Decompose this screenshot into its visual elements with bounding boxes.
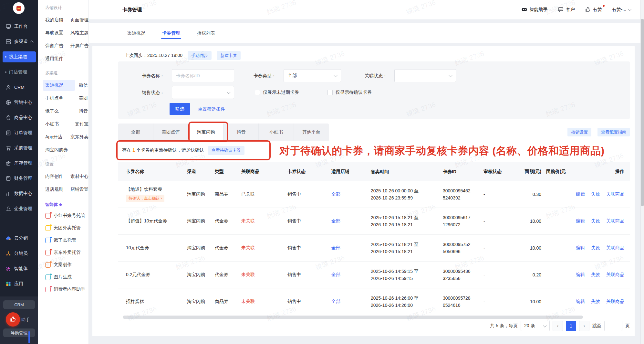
- submenu-item[interactable]: 素材中心: [70, 174, 88, 179]
- action-关联商品[interactable]: 关联商品: [606, 272, 624, 278]
- tab-授权列表[interactable]: 授权列表: [197, 30, 215, 43]
- avatar[interactable]: [13, 2, 25, 14]
- action-关联商品[interactable]: 关联商品: [606, 299, 624, 305]
- action-编辑[interactable]: 编辑: [576, 299, 585, 305]
- tab-卡券管理[interactable]: 卡券管理: [162, 30, 180, 43]
- sidebar-item-purchase[interactable]: 采购管理: [0, 140, 38, 156]
- platform-tab-其他平台[interactable]: 其他平台: [294, 124, 329, 141]
- action-失效[interactable]: 失效: [591, 299, 600, 305]
- sidebar-item-agent[interactable]: 智能体: [0, 261, 38, 276]
- sale-status-select[interactable]: [172, 86, 234, 99]
- sidebar-item-marketing[interactable]: 营销中心: [0, 95, 38, 110]
- horizontal-scrollbar-thumb[interactable]: [123, 316, 583, 319]
- submenu-agent-item[interactable]: 图片生成: [38, 271, 88, 283]
- filter-reset-link[interactable]: 重置筛选条件: [198, 103, 225, 115]
- action-关联商品[interactable]: 关联商品: [606, 218, 624, 224]
- submenu-item[interactable]: 小红书: [43, 121, 71, 127]
- sidebar-item-channels[interactable]: 多渠道: [0, 34, 38, 49]
- action-失效[interactable]: 失效: [591, 218, 600, 224]
- submenu-item[interactable]: 美团: [79, 95, 88, 101]
- link-status-select[interactable]: [394, 69, 456, 82]
- submenu-item[interactable]: 进店规则: [43, 187, 67, 192]
- platform-tab-抖音[interactable]: 抖音: [223, 124, 259, 141]
- submenu-item[interactable]: 手机点单: [43, 95, 75, 101]
- submenu-item[interactable]: 渠道概况: [43, 80, 75, 91]
- submenu-item[interactable]: 通用组件: [43, 56, 75, 62]
- customer-service-button[interactable]: 客户: [558, 6, 575, 13]
- submenu-item[interactable]: 京东外卖: [70, 134, 88, 140]
- pending-only-checkbox[interactable]: 仅显示待确认卡券: [327, 86, 372, 99]
- account-menu[interactable]: 有赞-...: [612, 7, 631, 13]
- pending-confirm-tag[interactable]: 待确认，点击确认 ›: [126, 195, 164, 202]
- action-编辑[interactable]: 编辑: [576, 245, 585, 251]
- platform-tab-小红书[interactable]: 小红书: [259, 124, 294, 141]
- config-guide-link[interactable]: 查看配置指南: [597, 128, 630, 136]
- sidebar-item-finance[interactable]: 财务管理: [0, 171, 38, 186]
- view-pending-link[interactable]: 查看待确认卡券: [208, 146, 244, 155]
- submenu-agent-item[interactable]: 京东外卖托管: [38, 246, 88, 259]
- guide-manage-button[interactable]: 导购管理: [3, 328, 35, 337]
- submenu-item[interactable]: 开屏广告: [70, 43, 88, 49]
- sidebar-item-cloud[interactable]: 云分销: [0, 231, 38, 246]
- sidebar-item-data[interactable]: 数据中心: [0, 186, 38, 201]
- action-失效[interactable]: 失效: [591, 272, 600, 278]
- action-失效[interactable]: 失效: [591, 245, 600, 251]
- store-scope-link[interactable]: 全部: [331, 218, 340, 223]
- store-scope-link[interactable]: 全部: [331, 245, 340, 250]
- verify-settings-link[interactable]: 核销设置: [567, 128, 591, 136]
- sidebar-item-goods[interactable]: 商品中心: [0, 110, 38, 125]
- sidebar-item-crm[interactable]: CRM: [0, 80, 38, 95]
- sidebar-scrollbar-thumb[interactable]: [28, 331, 30, 343]
- submenu-item[interactable]: 页面管理: [70, 17, 88, 23]
- sidebar-subitem-online-channel[interactable]: 线上渠道: [0, 49, 38, 64]
- youzan-like-button[interactable]: 有赞: [585, 6, 602, 13]
- unexpired-only-checkbox[interactable]: 仅展示未过期卡券: [255, 86, 299, 99]
- sidebar-subitem-store-manage[interactable]: 门店管理: [0, 64, 38, 80]
- smart-assistant-button[interactable]: 智能助手: [521, 6, 548, 13]
- action-编辑[interactable]: 编辑: [576, 218, 585, 224]
- submenu-item[interactable]: 弹窗广告: [43, 43, 67, 49]
- vertical-scrollbar-thumb[interactable]: [641, 19, 644, 206]
- action-关联商品[interactable]: 关联商品: [606, 245, 624, 251]
- sidebar-item-enterprise[interactable]: 企业管理: [0, 201, 38, 216]
- submenu-item[interactable]: 内容创作: [43, 174, 67, 179]
- submenu-item[interactable]: 导航设置: [43, 30, 67, 36]
- store-scope-link[interactable]: 全部: [331, 299, 340, 304]
- submenu-item[interactable]: 店铺设置: [70, 187, 88, 192]
- assistant-button[interactable]: [6, 312, 20, 327]
- submenu-item[interactable]: 风格主题: [70, 30, 88, 36]
- filter-submit-button[interactable]: 筛选: [170, 103, 190, 115]
- sidebar-item-apps[interactable]: 应用: [0, 276, 38, 291]
- sidebar-item-workbench[interactable]: 工作台: [0, 19, 38, 34]
- sidebar-item-inventory[interactable]: 库存管理: [0, 156, 38, 171]
- platform-tab-美团点评[interactable]: 美团点评: [153, 124, 189, 141]
- vertical-scrollbar[interactable]: [640, 0, 644, 344]
- jump-page-input[interactable]: [604, 321, 622, 331]
- next-page-button[interactable]: ›: [579, 321, 589, 331]
- store-scope-link[interactable]: 全部: [331, 272, 340, 277]
- platform-tab-全部[interactable]: 全部: [118, 124, 153, 141]
- sidebar-item-orders[interactable]: 订单管理: [0, 125, 38, 140]
- submenu-item[interactable]: 抖音: [79, 108, 88, 114]
- submenu-item[interactable]: 淘宝闪购券: [43, 147, 75, 153]
- page-size-select[interactable]: 20 条: [521, 321, 550, 331]
- platform-tab-淘宝闪购[interactable]: 淘宝闪购: [189, 124, 224, 141]
- submenu-item[interactable]: 饿了么: [43, 108, 75, 114]
- store-scope-link[interactable]: 全部: [331, 191, 340, 197]
- create-coupon-button[interactable]: 新建卡券: [217, 51, 241, 60]
- submenu-item[interactable]: 微信: [79, 82, 88, 88]
- submenu-item[interactable]: 支付宝: [75, 121, 88, 127]
- submenu-agent-item[interactable]: 消费者内容助手: [38, 283, 88, 296]
- prev-page-button[interactable]: ‹: [553, 321, 563, 331]
- manual-sync-button[interactable]: 手动同步: [188, 51, 212, 60]
- coupon-name-input[interactable]: [172, 69, 234, 82]
- sidebar-item-distributor[interactable]: 分销员: [0, 246, 38, 261]
- action-编辑[interactable]: 编辑: [576, 191, 585, 197]
- action-失效[interactable]: 失效: [591, 191, 600, 197]
- action-关联商品[interactable]: 关联商品: [606, 191, 624, 197]
- submenu-item[interactable]: 我的店铺: [43, 17, 67, 23]
- action-编辑[interactable]: 编辑: [576, 272, 585, 278]
- current-page-button[interactable]: 1: [566, 321, 576, 331]
- submenu-agent-item[interactable]: 小红书账号托管: [38, 210, 88, 222]
- submenu-agent-item[interactable]: 美团外卖托管: [38, 222, 88, 234]
